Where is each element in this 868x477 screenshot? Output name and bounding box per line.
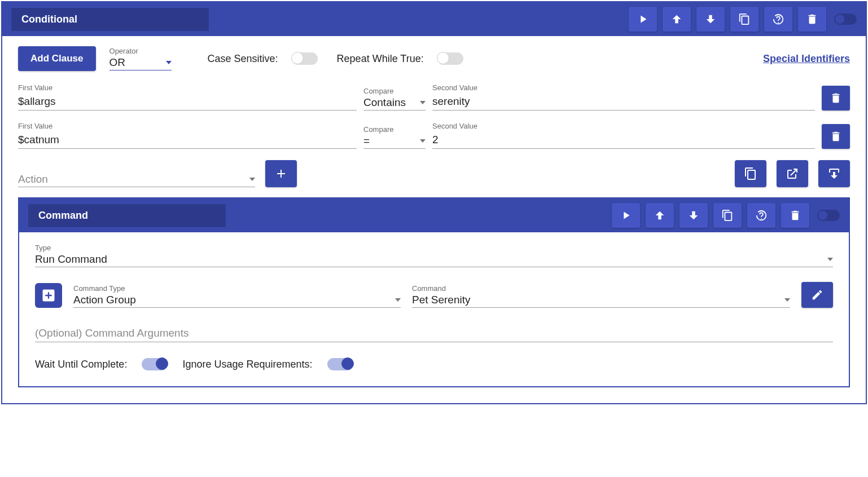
add-clause-button[interactable]: Add Clause [18,46,96,71]
move-up-button[interactable] [646,203,674,228]
help-button[interactable] [747,203,775,228]
clause-row: First Value Compare Contains Second Valu… [18,83,850,111]
copy-actions-button[interactable] [735,160,766,187]
command-label: Command [412,284,790,293]
second-value-label: Second Value [432,83,815,92]
operator-field: Operator OR [109,47,172,70]
help-button[interactable] [764,7,792,32]
action-select[interactable]: Action [18,173,255,187]
import-actions-button[interactable] [818,160,850,187]
conditional-header [2,2,866,36]
second-value-input[interactable] [432,93,815,111]
command-select[interactable]: Pet Serenity [412,294,790,308]
trash-icon [806,13,818,25]
command-type-select[interactable]: Action Group [73,294,401,308]
command-title-input[interactable] [28,204,226,227]
play-icon [637,13,649,25]
import-icon [827,167,841,180]
ignore-usage-label: Ignore Usage Requirements: [182,359,312,370]
move-up-button[interactable] [663,7,691,32]
delete-button[interactable] [781,203,809,228]
compare-label: Compare [363,87,426,95]
conditional-title-input[interactable] [11,8,209,31]
first-value-label: First Value [18,83,357,92]
operator-label: Operator [109,47,172,55]
copy-icon [738,13,751,25]
compare-label: Compare [363,125,426,134]
copy-button[interactable] [713,203,742,228]
type-select[interactable]: Run Command [35,253,833,267]
command-header [19,198,849,232]
chevron-down-icon [395,298,401,302]
copy-button[interactable] [730,7,759,32]
arrow-down-icon [687,209,700,222]
arrow-up-icon [654,209,666,222]
move-down-button[interactable] [696,7,725,32]
add-command-button[interactable] [35,283,62,308]
chevron-down-icon [827,258,833,261]
run-button[interactable] [612,203,640,228]
clause-row: First Value Compare = Second Value [18,122,850,149]
operator-select[interactable]: OR [109,56,172,70]
trash-icon [830,92,842,104]
export-actions-button[interactable] [777,160,808,187]
first-value-input[interactable] [18,93,357,111]
conditional-panel: Add Clause Operator OR Case Sensitive: R… [1,1,867,404]
chevron-down-icon [249,178,255,181]
delete-clause-button[interactable] [822,124,850,149]
compare-select[interactable]: Contains [363,96,426,111]
trash-icon [789,209,801,222]
edit-command-button[interactable] [801,282,833,308]
plus-box-icon [41,288,56,303]
pencil-icon [811,289,823,301]
enabled-toggle[interactable] [817,210,840,221]
second-value-input[interactable] [432,131,815,149]
repeat-while-true-toggle[interactable] [437,52,463,65]
delete-clause-button[interactable] [822,86,850,111]
wait-until-complete-label: Wait Until Complete: [35,359,127,370]
trash-icon [830,130,842,143]
chevron-down-icon [166,61,172,64]
move-down-button[interactable] [680,203,708,228]
chevron-down-icon [784,298,790,302]
second-value-label: Second Value [432,122,815,130]
case-sensitive-toggle[interactable] [292,52,318,65]
first-value-input[interactable] [18,131,357,149]
compare-select[interactable]: = [363,135,426,149]
plus-icon [274,167,288,180]
run-button[interactable] [629,7,657,32]
chevron-down-icon [420,101,426,104]
copy-icon [721,209,734,222]
type-label: Type [35,244,833,252]
chevron-down-icon [420,139,426,143]
help-icon [755,209,768,222]
add-action-button[interactable] [265,160,297,187]
command-arguments-input[interactable] [35,325,833,342]
export-icon [786,167,799,180]
ignore-usage-toggle[interactable] [327,358,353,370]
arrow-up-icon [670,13,683,25]
arrow-down-icon [704,13,717,25]
help-icon [772,13,784,25]
case-sensitive-label: Case Sensitive: [208,53,278,65]
enabled-toggle[interactable] [834,14,857,25]
copy-icon [744,167,757,180]
wait-until-complete-toggle[interactable] [142,358,168,370]
repeat-while-true-label: Repeat While True: [337,53,424,65]
delete-button[interactable] [798,7,826,32]
special-identifiers-link[interactable]: Special Identifiers [763,53,850,65]
first-value-label: First Value [18,122,357,130]
command-type-label: Command Type [73,284,401,293]
play-icon [620,209,632,222]
command-panel: Type Run Command Command Type [18,197,850,387]
